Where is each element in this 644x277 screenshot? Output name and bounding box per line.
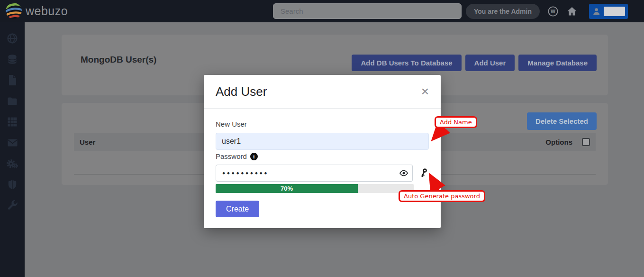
topbar-right-group: You are the Admin W <box>466 0 628 22</box>
eye-icon <box>399 168 408 178</box>
password-label: Password <box>216 152 247 160</box>
create-button[interactable]: Create <box>216 201 259 217</box>
user-name-redacted <box>604 7 625 16</box>
sidebar-item-security[interactable] <box>0 174 25 195</box>
admin-badge: You are the Admin <box>466 4 540 19</box>
delete-selected-button[interactable]: Delete Selected <box>527 112 597 130</box>
sidebar-item-email[interactable] <box>0 132 25 153</box>
annotation-arrow-auto-generate <box>424 170 445 193</box>
database-icon <box>7 54 18 65</box>
manage-database-button[interactable]: Manage Database <box>518 55 597 71</box>
close-icon[interactable]: × <box>421 85 429 98</box>
add-db-users-button[interactable]: Add DB Users To Database <box>352 55 461 71</box>
webuzo-logo[interactable]: webuzo <box>5 2 68 20</box>
password-group <box>216 165 429 182</box>
webuzo-sphere-icon <box>5 2 23 20</box>
new-user-label: New User <box>216 120 429 128</box>
add-user-button[interactable]: Add User <box>465 55 515 71</box>
show-password-button[interactable] <box>395 165 413 182</box>
sidebar-item-apps[interactable] <box>0 111 25 132</box>
annotation-add-name: Add Name <box>435 116 477 128</box>
modal-title: Add User <box>216 84 267 99</box>
sidebar-item-files[interactable] <box>0 70 25 91</box>
sidebar-item-tools[interactable] <box>0 195 25 216</box>
page-actions: Add DB Users To Database Add User Manage… <box>352 55 597 71</box>
user-icon <box>592 7 601 16</box>
home-icon[interactable] <box>566 6 578 17</box>
sidebar-item-domains[interactable] <box>0 28 25 49</box>
wordpress-icon[interactable]: W <box>547 6 559 17</box>
apps-grid-icon <box>7 116 18 128</box>
column-options: Options <box>545 138 572 146</box>
globe-icon <box>7 33 18 44</box>
user-account-button[interactable] <box>589 4 628 19</box>
sidebar-nav <box>0 22 25 277</box>
folder-icon <box>7 95 18 107</box>
wrench-icon <box>7 200 18 211</box>
add-user-modal: Add User × New User Password i <box>204 75 441 228</box>
topbar: webuzo You are the Admin W <box>0 0 644 22</box>
column-user: User <box>80 138 95 146</box>
select-all-checkbox[interactable] <box>582 138 590 146</box>
modal-body: New User Password i <box>204 109 441 229</box>
page-title: MongoDB User(s) <box>81 55 156 65</box>
brand-name: webuzo <box>26 4 68 18</box>
info-icon[interactable]: i <box>250 153 258 160</box>
sidebar-item-folders[interactable] <box>0 91 25 111</box>
password-strength-fill: 70% <box>216 184 358 193</box>
password-input[interactable] <box>216 165 395 182</box>
file-icon <box>7 74 18 86</box>
modal-header: Add User × <box>204 75 441 109</box>
sidebar-item-settings[interactable] <box>0 153 25 174</box>
annotation-auto-generate: Auto Generate password <box>399 190 485 202</box>
gears-icon <box>6 157 18 170</box>
annotation-arrow-add-name <box>426 126 450 145</box>
password-strength-bar: 70% <box>216 184 414 193</box>
search-input[interactable] <box>273 3 462 19</box>
svg-text:W: W <box>551 8 555 14</box>
sidebar-item-databases[interactable] <box>0 49 25 70</box>
mail-icon <box>7 137 18 148</box>
shield-icon <box>7 179 18 190</box>
new-user-input[interactable] <box>216 133 429 150</box>
